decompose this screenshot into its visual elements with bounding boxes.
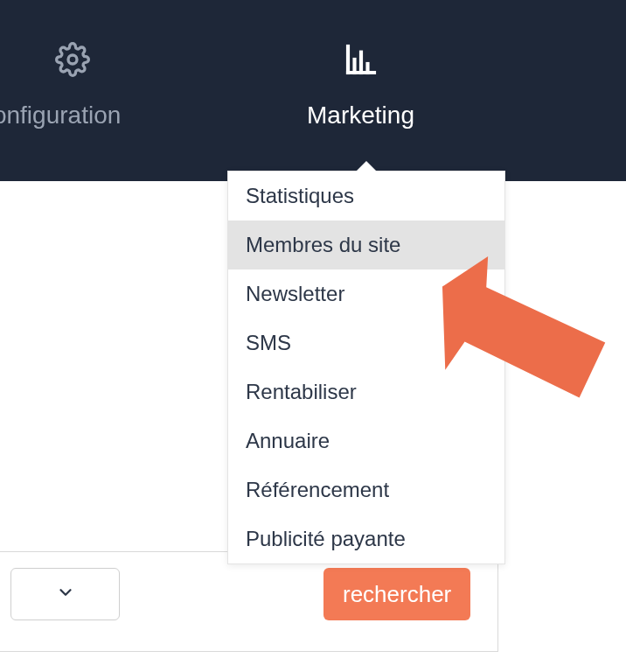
chevron-down-icon (56, 583, 75, 606)
dropdown-item-publicite-payante[interactable]: Publicité payante (228, 514, 504, 564)
dropdown-item-rentabiliser[interactable]: Rentabiliser (228, 368, 504, 416)
nav-item-marketing[interactable]: Marketing (245, 42, 476, 130)
dropdown-item-statistiques[interactable]: Statistiques (228, 172, 504, 220)
dropdown-item-sms[interactable]: SMS (228, 318, 504, 368)
marketing-dropdown: Statistiques Membres du site Newsletter … (227, 171, 505, 564)
dropdown-item-annuaire[interactable]: Annuaire (228, 416, 504, 466)
search-button[interactable]: rechercher (323, 568, 470, 620)
top-navbar: Configuration Marketing (0, 0, 626, 181)
nav-label-configuration: Configuration (0, 102, 121, 130)
filter-select[interactable] (10, 568, 120, 620)
nav-item-configuration[interactable]: Configuration (0, 42, 144, 130)
nav-label-marketing: Marketing (307, 102, 414, 130)
dropdown-item-membres-du-site[interactable]: Membres du site (228, 220, 504, 270)
dropdown-item-referencement[interactable]: Référencement (228, 466, 504, 514)
gear-icon (55, 42, 90, 77)
bar-chart-icon (344, 42, 379, 77)
filter-bar: rechercher (0, 551, 498, 652)
svg-point-0 (68, 55, 77, 64)
dropdown-item-newsletter[interactable]: Newsletter (228, 270, 504, 318)
